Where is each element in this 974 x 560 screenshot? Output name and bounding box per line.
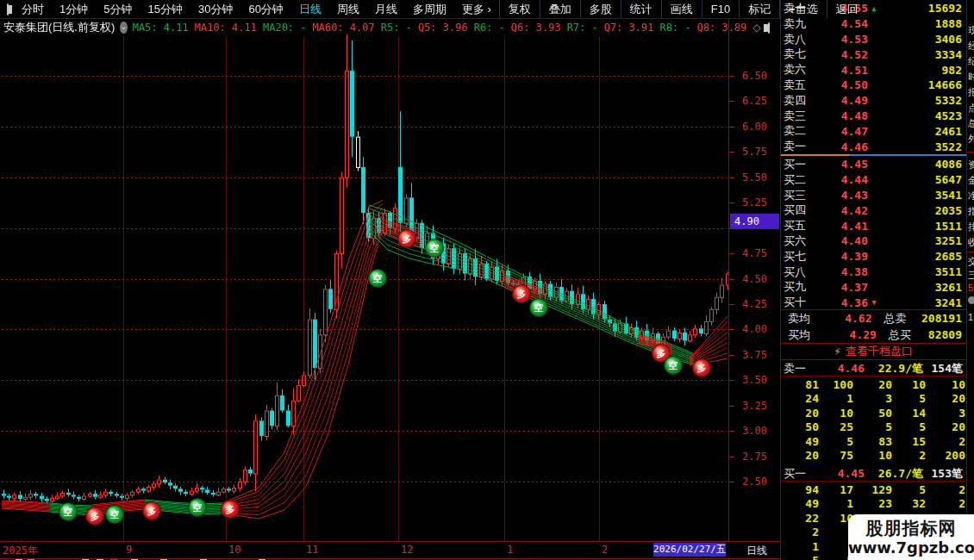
queue-cell: 50	[853, 407, 892, 420]
axis-label: 4.00	[729, 323, 767, 335]
total-buy-label: 总买	[877, 327, 928, 343]
order-row[interactable]: 买一4.454086	[781, 157, 966, 172]
month-label: 12	[401, 544, 413, 556]
view-full-depth-link[interactable]: ⚡ 查看千档盘口	[781, 344, 966, 360]
order-row[interactable]: 卖八4.533406	[781, 32, 966, 47]
strip-tab[interactable]: 净	[968, 190, 974, 202]
queue-cell: 5	[892, 420, 926, 434]
strip-divider	[967, 252, 974, 252]
lightning-icon: ⚡	[834, 345, 840, 358]
strip-tab[interactable]: 收	[968, 236, 974, 249]
order-row[interactable]: 买十4.36▼3241	[781, 295, 966, 310]
panel-toggle-icon[interactable]	[768, 22, 770, 34]
order-row[interactable]: 卖九4.541888	[781, 16, 966, 32]
order-row[interactable]: 买四4.422035	[781, 202, 966, 218]
queue-cell: 129	[853, 483, 892, 497]
order-row[interactable]: 买八4.383511	[781, 264, 966, 280]
sell1-per-order: 22.9/笔	[865, 361, 923, 376]
strip-tab[interactable]: 总	[968, 117, 974, 130]
right-tab-strip[interactable]: 现经纪时报点总外资金净指排收交三51	[967, 0, 974, 560]
order-row[interactable]: 买二4.445647	[781, 172, 966, 188]
queue-row: 941712952	[781, 483, 966, 497]
menu-item-3[interactable]: 15分钟	[140, 2, 190, 17]
buy-avg-label: 买均	[781, 327, 835, 343]
order-row[interactable]: 买五4.411511	[781, 218, 966, 233]
queue-cell: 94	[781, 483, 819, 497]
queue-cell: 5	[892, 483, 926, 497]
menu-item-10[interactable]: 更多 ›	[454, 2, 499, 17]
menu-item-7[interactable]: 周线	[329, 2, 367, 17]
strip-tab[interactable]: 1	[968, 312, 974, 322]
order-row[interactable]: 卖四4.495332	[781, 93, 966, 109]
queue-cell: 49	[781, 497, 819, 511]
menu-item-6[interactable]: 日线	[291, 2, 329, 17]
strip-tab[interactable]: 三	[968, 269, 974, 282]
queue-cell: 32	[892, 497, 926, 511]
strip-tab[interactable]: 金	[968, 174, 974, 187]
strip-tab[interactable]: 外	[968, 133, 974, 146]
month-label: 10	[228, 544, 240, 556]
chevron-down-icon[interactable]: ⌄	[120, 22, 127, 34]
menu-item-2[interactable]: 5分钟	[96, 2, 140, 17]
month-label: 2	[602, 544, 608, 556]
strip-tab[interactable]: 指	[968, 205, 974, 218]
menu-item-8[interactable]: 月线	[367, 2, 405, 17]
window-layout-icon[interactable]	[7, 3, 9, 16]
menu-right-item-0[interactable]: 复权	[499, 0, 540, 18]
menu-right-item-7[interactable]: +自选	[779, 0, 827, 18]
order-row[interactable]: 买六4.403251	[781, 233, 966, 249]
strip-tab[interactable]: 报	[968, 86, 974, 99]
queue-cell: 17	[819, 483, 853, 497]
menu-right-item-4[interactable]: 画线	[661, 0, 702, 18]
menu-right-item-2[interactable]: 多股	[580, 0, 621, 18]
month-label: 9	[126, 544, 132, 556]
buy1-per-order: 26.7/笔	[865, 466, 923, 482]
menu-item-9[interactable]: 多周期	[405, 2, 454, 17]
queue-cell: 83	[853, 435, 892, 449]
year-label: 2025年	[3, 544, 38, 558]
order-row[interactable]: 卖三4.484523	[781, 109, 966, 124]
menu-item-4[interactable]: 30分钟	[190, 2, 240, 17]
order-row[interactable]: 买七4.392685	[781, 249, 966, 264]
axis-label: 4.25	[729, 298, 767, 310]
menu-right-item-6[interactable]: 标记	[739, 0, 779, 18]
strip-tab[interactable]: 点	[968, 102, 974, 115]
order-row[interactable]: 卖六4.51982	[781, 62, 966, 78]
menu-item-0[interactable]: 分时	[14, 2, 52, 17]
queue-cell: 5	[781, 554, 819, 560]
strip-tab[interactable]: 资	[968, 159, 974, 171]
axis-label: 5.50	[729, 171, 767, 184]
queue-cell: 49	[781, 435, 819, 449]
strip-circle-icon[interactable]	[968, 296, 974, 304]
order-row[interactable]: 卖七4.523334	[781, 47, 966, 62]
queue-cell: 10	[926, 378, 965, 392]
sell1-detail-header: 卖一 4.46 22.9/笔 154笔	[781, 361, 966, 376]
order-row[interactable]: 卖五4.5014666	[781, 78, 966, 93]
queue-cell: 22	[781, 512, 819, 526]
queue-cell: 5	[853, 420, 892, 434]
menu-right-item-8[interactable]: 返回	[827, 0, 867, 18]
strip-tab[interactable]: 现	[968, 24, 974, 37]
menu-item-5[interactable]: 60分钟	[240, 2, 290, 17]
menu-right-item-3[interactable]: 统计	[621, 0, 661, 18]
order-row[interactable]: 卖二4.472461	[781, 123, 966, 139]
total-sell-value: 208191	[921, 312, 966, 325]
menu-right-item-1[interactable]: 叠加	[540, 0, 580, 18]
order-row[interactable]: 买三4.433541	[781, 188, 966, 203]
diamond-icon[interactable]: ◇	[752, 22, 760, 34]
strip-tab[interactable]: 交	[968, 255, 974, 268]
strip-tab[interactable]: 纪	[968, 55, 974, 68]
strip-tab[interactable]: 经	[968, 40, 974, 53]
queue-row: 81100201010	[781, 378, 966, 392]
axis-label: 5.25	[729, 196, 767, 208]
strip-tab[interactable]: 时	[968, 71, 974, 84]
strip-tab[interactable]: 5	[968, 283, 974, 293]
order-row[interactable]: 卖一4.463522	[781, 139, 966, 154]
strip-tab[interactable]: 排	[968, 221, 974, 233]
menu-item-1[interactable]: 1分钟	[52, 2, 96, 17]
main-chart-canvas[interactable]	[0, 0, 728, 560]
menu-right-item-5[interactable]: F10	[702, 0, 739, 18]
queue-cell: 24	[781, 392, 819, 406]
queue-cell: 3	[853, 392, 892, 406]
order-row[interactable]: 买九4.373261	[781, 279, 966, 295]
